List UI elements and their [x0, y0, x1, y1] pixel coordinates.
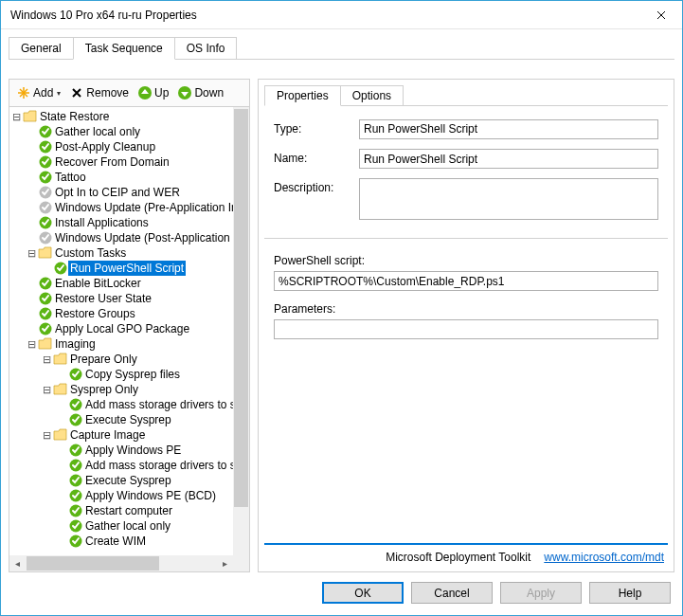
- script-input[interactable]: [274, 271, 658, 291]
- down-button[interactable]: Down: [174, 84, 227, 101]
- tree-label: Install Applications: [53, 215, 151, 230]
- tree-row[interactable]: Copy Sysprep files: [9, 367, 249, 382]
- status-icon: [68, 473, 83, 488]
- vertical-scrollbar[interactable]: [233, 107, 249, 555]
- folder-icon: [53, 427, 68, 443]
- task-tree[interactable]: ⊟State RestoreGather local onlyPost-Appl…: [9, 107, 249, 571]
- tree-container: ⊟State RestoreGather local onlyPost-Appl…: [9, 107, 250, 572]
- tree-toggle[interactable]: ⊟: [25, 337, 38, 351]
- divider: [264, 238, 668, 239]
- down-label: Down: [194, 86, 224, 100]
- tree-toggle[interactable]: ⊟: [40, 383, 53, 396]
- tree-row[interactable]: Apply Local GPO Package: [9, 321, 249, 336]
- tree-label: Imaging: [53, 336, 98, 352]
- tree-toggle[interactable]: ⊟: [25, 246, 38, 260]
- tree-label: Restore User State: [53, 291, 153, 306]
- tree-row[interactable]: Windows Update (Post-Application Install…: [9, 230, 249, 245]
- tree-label: Apply Local GPO Package: [53, 321, 191, 336]
- tree-row[interactable]: Recover From Domain: [9, 154, 249, 170]
- status-icon: [38, 306, 53, 321]
- up-button[interactable]: Up: [135, 84, 172, 101]
- product-link[interactable]: www.microsoft.com/mdt: [544, 551, 664, 564]
- tree-row[interactable]: Execute Sysprep: [9, 412, 249, 427]
- status-icon: [53, 261, 68, 276]
- tree-label: Execute Sysprep: [83, 473, 173, 488]
- folder-icon: [23, 109, 38, 124]
- name-label: Name:: [274, 149, 359, 165]
- tree-row[interactable]: Post-Apply Cleanup: [9, 139, 249, 154]
- tree-row[interactable]: ⊟Sysprep Only: [9, 382, 249, 397]
- tree-toolbar: Add ▾ Remove Up: [9, 79, 250, 107]
- tree-row[interactable]: Tattoo: [9, 170, 249, 185]
- remove-button[interactable]: Remove: [66, 84, 133, 101]
- subtab-options[interactable]: Options: [340, 85, 404, 106]
- parameters-label: Parameters:: [274, 302, 658, 316]
- name-input[interactable]: [359, 149, 658, 169]
- subtabs: Properties Options: [259, 80, 674, 106]
- ok-button[interactable]: OK: [322, 582, 404, 604]
- tree-row[interactable]: ⊟Custom Tasks: [9, 245, 249, 261]
- status-icon: [38, 170, 53, 185]
- tree-label: Copy Sysprep files: [83, 367, 182, 382]
- remove-icon: [70, 86, 83, 100]
- tree-row[interactable]: Run PowerShell Script: [9, 261, 249, 276]
- tree-row[interactable]: Restart computer: [9, 503, 249, 518]
- tree-toggle[interactable]: ⊟: [9, 110, 23, 123]
- tree-row[interactable]: ⊟Imaging: [9, 336, 249, 352]
- left-pane: Add ▾ Remove Up: [9, 79, 250, 572]
- tree-label: Run PowerShell Script: [68, 261, 186, 276]
- tree-row[interactable]: Windows Update (Pre-Application Installa…: [9, 200, 249, 215]
- folder-icon: [53, 382, 68, 397]
- status-icon: [38, 124, 53, 139]
- status-icon: [38, 291, 53, 306]
- tree-row[interactable]: ⊟Prepare Only: [9, 352, 249, 367]
- tree-label: Enable BitLocker: [53, 276, 143, 291]
- help-button[interactable]: Help: [589, 582, 671, 604]
- tree-row[interactable]: Restore User State: [9, 291, 249, 306]
- status-icon: [38, 200, 53, 215]
- status-icon: [68, 412, 83, 427]
- subtab-properties[interactable]: Properties: [264, 85, 341, 106]
- status-icon: [38, 154, 53, 170]
- product-label: Microsoft Deployment Toolkit: [386, 551, 530, 564]
- tab-task-sequence[interactable]: Task Sequence: [73, 37, 175, 60]
- tree-row[interactable]: Opt In to CEIP and WER: [9, 185, 249, 200]
- tree-row[interactable]: Execute Sysprep: [9, 473, 249, 488]
- up-label: Up: [154, 86, 169, 100]
- titlebar: Windows 10 Pro x64 ru-ru Properties: [1, 1, 682, 29]
- horizontal-scrollbar[interactable]: ◂▸: [9, 555, 233, 571]
- window-title: Windows 10 Pro x64 ru-ru Properties: [10, 9, 197, 22]
- tree-toggle[interactable]: ⊟: [40, 428, 53, 442]
- parameters-input[interactable]: [274, 319, 658, 339]
- tree-row[interactable]: Create WIM: [9, 534, 249, 549]
- tree-row[interactable]: Add mass storage drivers to sysprep: [9, 397, 249, 412]
- folder-icon: [38, 245, 53, 261]
- tree-toggle[interactable]: ⊟: [40, 353, 53, 366]
- close-button[interactable]: [639, 1, 682, 28]
- tree-label: Windows Update (Pre-Application Installa…: [53, 200, 249, 215]
- tree-row[interactable]: Apply Windows PE (BCD): [9, 488, 249, 503]
- tree-row[interactable]: Apply Windows PE: [9, 443, 249, 458]
- tree-row[interactable]: Gather local only: [9, 518, 249, 534]
- tree-row[interactable]: Enable BitLocker: [9, 276, 249, 291]
- tree-row[interactable]: Install Applications: [9, 215, 249, 230]
- description-input[interactable]: [359, 178, 658, 220]
- tree-label: Add mass storage drivers to sysprep: [83, 397, 249, 412]
- tab-general[interactable]: General: [9, 37, 74, 60]
- add-button[interactable]: Add ▾: [13, 84, 64, 101]
- status-icon: [38, 321, 53, 336]
- cancel-button[interactable]: Cancel: [411, 582, 493, 604]
- type-label: Type:: [274, 119, 359, 136]
- tree-label: Apply Windows PE: [83, 443, 183, 458]
- script-label: PowerShell script:: [274, 254, 658, 267]
- tree-row[interactable]: ⊟State Restore: [9, 109, 249, 124]
- tree-row[interactable]: Restore Groups: [9, 306, 249, 321]
- properties-panel: Type: Run PowerShell Script Name: Descri…: [264, 105, 668, 543]
- tree-row[interactable]: Add mass storage drivers to sysprep: [9, 458, 249, 473]
- tree-row[interactable]: Gather local only: [9, 124, 249, 139]
- status-icon: [68, 458, 83, 473]
- tab-os-info[interactable]: OS Info: [174, 37, 238, 60]
- tree-label: Prepare Only: [68, 352, 139, 367]
- tree-row[interactable]: ⊟Capture Image: [9, 427, 249, 443]
- up-icon: [138, 86, 152, 100]
